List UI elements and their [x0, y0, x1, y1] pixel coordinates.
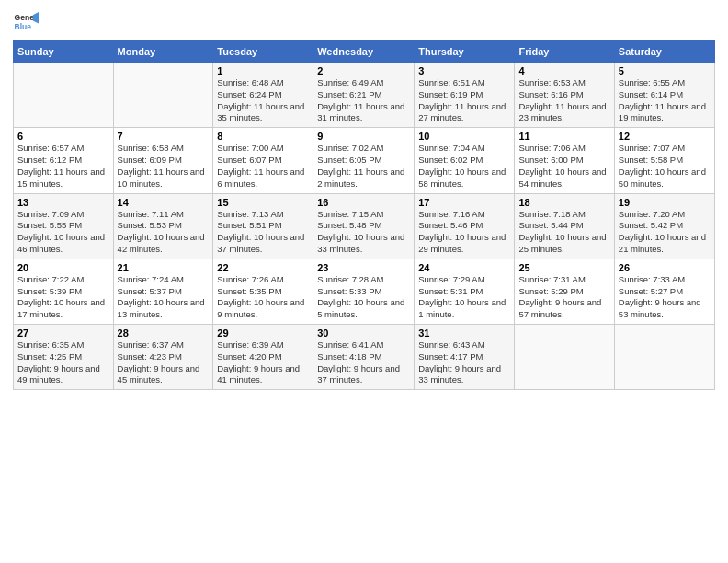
day-info: Sunrise: 6:35 AM Sunset: 4:25 PM Dayligh…	[17, 339, 109, 386]
calendar-cell: 29Sunrise: 6:39 AM Sunset: 4:20 PM Dayli…	[213, 325, 313, 390]
day-info: Sunrise: 6:53 AM Sunset: 6:16 PM Dayligh…	[518, 77, 609, 124]
calendar-cell: 9Sunrise: 7:02 AM Sunset: 6:05 PM Daylig…	[313, 128, 415, 193]
day-info: Sunrise: 7:16 AM Sunset: 5:46 PM Dayligh…	[418, 209, 510, 256]
day-info: Sunrise: 7:13 AM Sunset: 5:51 PM Dayligh…	[217, 209, 309, 256]
day-info: Sunrise: 7:11 AM Sunset: 5:53 PM Dayligh…	[118, 209, 210, 256]
weekday-header-saturday: Saturday	[614, 41, 714, 63]
calendar-table: SundayMondayTuesdayWednesdayThursdayFrid…	[13, 40, 715, 390]
calendar-cell: 21Sunrise: 7:24 AM Sunset: 5:37 PM Dayli…	[113, 259, 213, 324]
calendar-cell: 18Sunrise: 7:18 AM Sunset: 5:44 PM Dayli…	[515, 193, 614, 259]
day-info: Sunrise: 6:49 AM Sunset: 6:21 PM Dayligh…	[317, 77, 410, 124]
day-info: Sunrise: 7:26 AM Sunset: 5:35 PM Dayligh…	[217, 274, 309, 321]
day-number: 12	[619, 131, 711, 142]
calendar-cell: 27Sunrise: 6:35 AM Sunset: 4:25 PM Dayli…	[14, 325, 114, 390]
calendar-cell: 22Sunrise: 7:26 AM Sunset: 5:35 PM Dayli…	[213, 259, 313, 324]
day-number: 18	[518, 197, 609, 208]
day-info: Sunrise: 6:41 AM Sunset: 4:18 PM Dayligh…	[317, 339, 410, 386]
day-info: Sunrise: 7:09 AM Sunset: 5:55 PM Dayligh…	[17, 209, 109, 256]
day-number: 31	[418, 327, 510, 339]
day-info: Sunrise: 6:58 AM Sunset: 6:09 PM Dayligh…	[118, 143, 210, 190]
calendar-cell: 19Sunrise: 7:20 AM Sunset: 5:42 PM Dayli…	[614, 193, 714, 259]
calendar-cell: 13Sunrise: 7:09 AM Sunset: 5:55 PM Dayli…	[14, 193, 114, 259]
calendar-cell	[614, 325, 714, 390]
day-number: 27	[17, 327, 109, 339]
weekday-header-sunday: Sunday	[14, 41, 114, 63]
weekday-header-monday: Monday	[113, 41, 213, 63]
day-number: 17	[418, 197, 510, 208]
calendar-cell: 25Sunrise: 7:31 AM Sunset: 5:29 PM Dayli…	[515, 259, 614, 324]
calendar-cell: 16Sunrise: 7:15 AM Sunset: 5:48 PM Dayli…	[313, 193, 415, 259]
day-info: Sunrise: 6:43 AM Sunset: 4:17 PM Dayligh…	[418, 339, 510, 386]
calendar-cell: 26Sunrise: 7:33 AM Sunset: 5:27 PM Dayli…	[614, 259, 714, 324]
calendar-cell: 30Sunrise: 6:41 AM Sunset: 4:18 PM Dayli…	[313, 325, 415, 390]
day-number: 3	[418, 65, 510, 76]
day-number: 4	[518, 65, 609, 76]
page: General Blue SundayMondayTuesdayWednesda…	[0, 0, 728, 563]
calendar-cell: 1Sunrise: 6:48 AM Sunset: 6:24 PM Daylig…	[213, 63, 313, 128]
calendar-cell: 10Sunrise: 7:04 AM Sunset: 6:02 PM Dayli…	[415, 128, 515, 193]
day-number: 29	[217, 327, 309, 339]
day-number: 9	[317, 131, 410, 142]
day-info: Sunrise: 7:02 AM Sunset: 6:05 PM Dayligh…	[317, 143, 410, 190]
day-number: 2	[317, 65, 410, 76]
calendar-cell	[14, 63, 114, 128]
day-info: Sunrise: 6:39 AM Sunset: 4:20 PM Dayligh…	[217, 339, 309, 386]
day-number: 15	[217, 197, 309, 208]
day-info: Sunrise: 7:20 AM Sunset: 5:42 PM Dayligh…	[619, 209, 711, 256]
day-info: Sunrise: 6:51 AM Sunset: 6:19 PM Dayligh…	[418, 77, 510, 124]
calendar-cell: 31Sunrise: 6:43 AM Sunset: 4:17 PM Dayli…	[415, 325, 515, 390]
calendar-cell: 14Sunrise: 7:11 AM Sunset: 5:53 PM Dayli…	[113, 193, 213, 259]
day-number: 21	[118, 262, 210, 273]
weekday-header-friday: Friday	[515, 41, 614, 63]
day-number: 19	[619, 197, 711, 208]
day-info: Sunrise: 7:04 AM Sunset: 6:02 PM Dayligh…	[418, 143, 510, 190]
day-number: 30	[317, 327, 410, 339]
day-number: 10	[418, 131, 510, 142]
day-info: Sunrise: 7:31 AM Sunset: 5:29 PM Dayligh…	[518, 274, 609, 321]
day-info: Sunrise: 7:07 AM Sunset: 5:58 PM Dayligh…	[619, 143, 711, 190]
day-info: Sunrise: 6:37 AM Sunset: 4:23 PM Dayligh…	[118, 339, 210, 386]
day-number: 1	[217, 65, 309, 76]
day-info: Sunrise: 7:00 AM Sunset: 6:07 PM Dayligh…	[217, 143, 309, 190]
calendar-cell	[515, 325, 614, 390]
day-info: Sunrise: 7:06 AM Sunset: 6:00 PM Dayligh…	[518, 143, 609, 190]
calendar-cell: 28Sunrise: 6:37 AM Sunset: 4:23 PM Dayli…	[113, 325, 213, 390]
day-info: Sunrise: 7:33 AM Sunset: 5:27 PM Dayligh…	[619, 274, 711, 321]
header: General Blue	[13, 9, 715, 35]
calendar-cell: 7Sunrise: 6:58 AM Sunset: 6:09 PM Daylig…	[113, 128, 213, 193]
day-number: 7	[118, 131, 210, 142]
day-info: Sunrise: 6:57 AM Sunset: 6:12 PM Dayligh…	[17, 143, 109, 190]
day-info: Sunrise: 6:48 AM Sunset: 6:24 PM Dayligh…	[217, 77, 309, 124]
day-number: 24	[418, 262, 510, 273]
calendar-cell: 17Sunrise: 7:16 AM Sunset: 5:46 PM Dayli…	[415, 193, 515, 259]
day-number: 13	[17, 197, 109, 208]
day-number: 22	[217, 262, 309, 273]
day-number: 25	[518, 262, 609, 273]
day-number: 8	[217, 131, 309, 142]
weekday-header-thursday: Thursday	[415, 41, 515, 63]
day-info: Sunrise: 7:22 AM Sunset: 5:39 PM Dayligh…	[17, 274, 109, 321]
calendar-cell: 11Sunrise: 7:06 AM Sunset: 6:00 PM Dayli…	[515, 128, 614, 193]
calendar-cell: 24Sunrise: 7:29 AM Sunset: 5:31 PM Dayli…	[415, 259, 515, 324]
day-info: Sunrise: 7:18 AM Sunset: 5:44 PM Dayligh…	[518, 209, 609, 256]
day-info: Sunrise: 7:29 AM Sunset: 5:31 PM Dayligh…	[418, 274, 510, 321]
calendar-cell	[113, 63, 213, 128]
day-number: 20	[17, 262, 109, 273]
calendar-cell: 8Sunrise: 7:00 AM Sunset: 6:07 PM Daylig…	[213, 128, 313, 193]
calendar-cell: 12Sunrise: 7:07 AM Sunset: 5:58 PM Dayli…	[614, 128, 714, 193]
calendar-cell: 23Sunrise: 7:28 AM Sunset: 5:33 PM Dayli…	[313, 259, 415, 324]
day-info: Sunrise: 7:28 AM Sunset: 5:33 PM Dayligh…	[317, 274, 410, 321]
calendar-cell: 20Sunrise: 7:22 AM Sunset: 5:39 PM Dayli…	[14, 259, 114, 324]
day-number: 16	[317, 197, 410, 208]
day-info: Sunrise: 7:15 AM Sunset: 5:48 PM Dayligh…	[317, 209, 410, 256]
weekday-header-tuesday: Tuesday	[213, 41, 313, 63]
calendar-cell: 2Sunrise: 6:49 AM Sunset: 6:21 PM Daylig…	[313, 63, 415, 128]
svg-text:Blue: Blue	[15, 22, 32, 31]
day-info: Sunrise: 6:55 AM Sunset: 6:14 PM Dayligh…	[619, 77, 711, 124]
calendar-cell: 5Sunrise: 6:55 AM Sunset: 6:14 PM Daylig…	[614, 63, 714, 128]
day-number: 23	[317, 262, 410, 273]
day-number: 28	[118, 327, 210, 339]
logo: General Blue	[13, 9, 39, 35]
calendar-cell: 15Sunrise: 7:13 AM Sunset: 5:51 PM Dayli…	[213, 193, 313, 259]
day-number: 14	[118, 197, 210, 208]
